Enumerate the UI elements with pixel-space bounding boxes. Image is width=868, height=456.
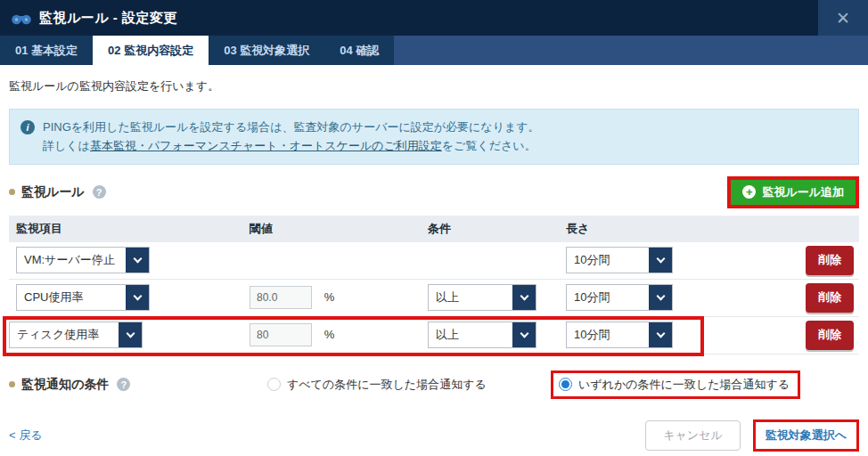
threshold-unit: % (324, 328, 335, 341)
duration-select-row2[interactable]: 10分間 (566, 284, 673, 311)
binoculars-icon (11, 11, 32, 25)
col-header-item: 監視項目 (9, 221, 250, 237)
back-link[interactable]: < 戻る (9, 428, 43, 444)
page-description: 監視ルールの監視内容設定を行います。 (9, 78, 859, 94)
table-row-disk: ティスク使用率 % 以上 10分間 (9, 317, 859, 354)
duration-select-value: 10分間 (567, 322, 649, 347)
add-rule-button[interactable]: + 監視ルール追加 (731, 180, 856, 205)
cancel-button[interactable]: キャンセル (645, 420, 741, 451)
item-select-row3[interactable]: ティスク使用率 (9, 322, 143, 348)
delete-rule-button[interactable]: 削除 (806, 321, 854, 350)
radio-unselected-icon (267, 378, 281, 391)
dialog-titlebar: 監視ルール - 設定変更 ✕ (0, 0, 868, 36)
chevron-down-icon (126, 285, 149, 310)
delete-rule-button[interactable]: 削除 (806, 283, 854, 313)
notify-condition-row: 監視通知の条件 ? すべての条件に一致した場合通知する いずれかの条件に一致した… (9, 365, 859, 404)
dialog-title: 監視ルール - 設定変更 (39, 10, 177, 27)
rules-section-header: 監視ルール ? + 監視ルール追加 (9, 176, 859, 208)
chevron-down-icon (649, 285, 672, 310)
radio-option-any-label: いずれかの条件に一致した場合通知する (578, 377, 790, 393)
duration-select-row1[interactable]: 10分間 (566, 247, 673, 273)
table-row-vm-stop: VM:サーバー停止 10分間 削除 (9, 242, 859, 280)
close-icon[interactable]: ✕ (818, 0, 868, 36)
help-icon[interactable]: ? (117, 378, 130, 391)
tab-confirm[interactable]: 04 確認 (324, 36, 394, 65)
wizard-tabbar: 01 基本設定 02 監視内容設定 03 監視対象選択 04 確認 (0, 36, 868, 65)
delete-rule-button[interactable]: 削除 (806, 246, 854, 275)
rules-section-title: 監視ルール (21, 184, 85, 200)
threshold-unit: % (324, 290, 335, 304)
item-select-row1[interactable]: VM:サーバー停止 (16, 247, 150, 273)
notify-section-title: 監視通知の条件 (21, 377, 109, 393)
highlight-annotation-next-button: 監視対象選択へ (753, 419, 859, 452)
chevron-down-icon (512, 322, 536, 347)
plus-circle-icon: + (742, 185, 756, 199)
table-header-row: 監視項目 閾値 条件 長さ (9, 216, 859, 242)
table-row-cpu: CPU使用率 % 以上 10分間 (9, 280, 859, 317)
info-text: PINGを利用した監視ルールを設定する場合は、監査対象のサーバーに設定が必要にな… (43, 118, 540, 156)
footer-actions: キャンセル 監視対象選択へ (645, 419, 859, 452)
add-rule-label: 監視ルール追加 (762, 184, 844, 200)
duration-select-value: 10分間 (567, 285, 649, 310)
col-header-threshold: 閾値 (250, 221, 428, 237)
radio-option-any-condition[interactable]: いずれかの条件に一致した場合通知する (559, 377, 790, 393)
section-bullet-icon (9, 381, 15, 387)
rules-table: 監視項目 閾値 条件 長さ VM:サーバー停止 10分間 (9, 216, 859, 354)
condition-select-value: 以上 (429, 322, 512, 347)
monitoring-rule-dialog: 監視ルール - 設定変更 ✕ 01 基本設定 02 監視内容設定 03 監視対象… (0, 0, 868, 456)
dialog-content: 監視ルールの監視内容設定を行います。 i PINGを利用した監視ルールを設定する… (0, 78, 868, 452)
radio-option-all-label: すべての条件に一致した場合通知する (287, 377, 487, 393)
highlight-annotation-any-condition: いずれかの条件に一致した場合通知する (551, 370, 800, 399)
tab-target-selection[interactable]: 03 監視対象選択 (209, 36, 324, 65)
item-select-value: VM:サーバー停止 (17, 248, 126, 273)
dialog-footer: < 戻る キャンセル 監視対象選択へ (9, 419, 859, 452)
info-line2-suffix: をご覧ください。 (442, 139, 536, 152)
usage-settings-link[interactable]: 基本監視・パフォーマンスチャート・オートスケールのご利用設定 (90, 139, 442, 152)
threshold-input-row3[interactable] (250, 323, 312, 346)
info-banner: i PINGを利用した監視ルールを設定する場合は、監査対象のサーバーに設定が必要… (9, 109, 859, 165)
duration-select-value: 10分間 (567, 248, 649, 273)
help-icon[interactable]: ? (93, 185, 106, 199)
chevron-down-icon (119, 322, 142, 347)
chevron-down-icon (649, 248, 672, 273)
highlight-annotation-add-button: + 監視ルール追加 (727, 176, 859, 208)
tab-basic-settings[interactable]: 01 基本設定 (0, 36, 93, 65)
info-icon: i (20, 120, 35, 134)
item-select-row2[interactable]: CPU使用率 (16, 284, 150, 311)
chevron-down-icon (126, 248, 149, 273)
info-line1: PINGを利用した監視ルールを設定する場合は、監査対象のサーバーに設定が必要にな… (43, 120, 540, 134)
next-step-button[interactable]: 監視対象選択へ (756, 422, 856, 449)
col-header-duration: 長さ (566, 221, 784, 237)
condition-select-row3[interactable]: 以上 (428, 322, 536, 348)
chevron-down-icon (512, 285, 536, 310)
chevron-down-icon (649, 322, 672, 347)
duration-select-row3[interactable]: 10分間 (566, 322, 673, 348)
item-select-value: CPU使用率 (17, 285, 126, 310)
col-header-condition: 条件 (428, 221, 566, 237)
condition-select-value: 以上 (429, 285, 512, 310)
condition-select-row2[interactable]: 以上 (428, 284, 536, 311)
tab-monitoring-content[interactable]: 02 監視内容設定 (93, 36, 209, 65)
info-line2-prefix: 詳しくは (43, 139, 90, 152)
radio-selected-icon (559, 378, 572, 391)
item-select-value: ティスク使用率 (10, 322, 119, 347)
radio-option-all-conditions[interactable]: すべての条件に一致した場合通知する (267, 377, 487, 393)
threshold-input-row2[interactable] (250, 286, 312, 309)
section-bullet-icon (9, 189, 15, 195)
